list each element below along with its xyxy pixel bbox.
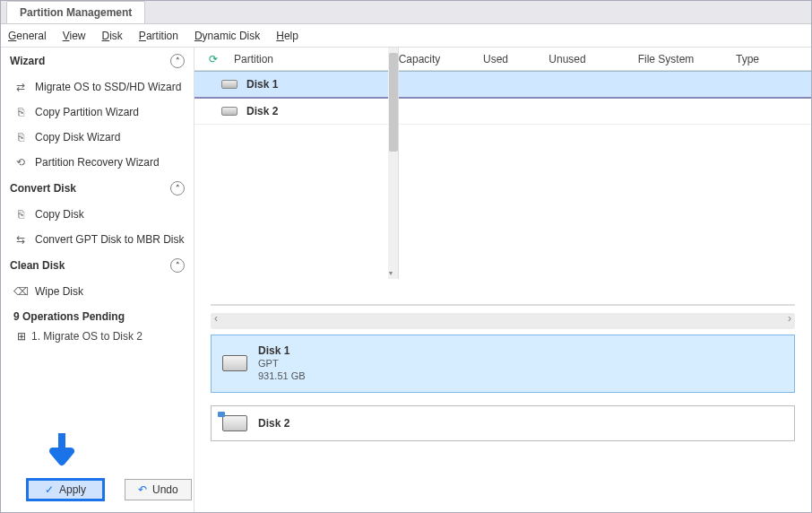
disk-name: Disk 2 xyxy=(246,105,278,117)
undo-button[interactable]: ↶ Undo xyxy=(125,479,192,500)
menubar: General View Disk Partition Dynamic Disk… xyxy=(1,24,811,48)
disk-panel-name: Disk 2 xyxy=(258,417,289,430)
section-wizard[interactable]: Wizard ˄ xyxy=(1,48,194,74)
grid-body: Disk 1 Disk 2 xyxy=(194,71,811,304)
disk-panel[interactable]: Disk 2 xyxy=(211,405,795,441)
menu-help[interactable]: Help xyxy=(276,30,298,42)
disk-panel-name: Disk 1 xyxy=(258,344,306,357)
sidebar-item-wipe-disk[interactable]: ⌫Wipe Disk xyxy=(1,279,194,304)
section-convert-title: Convert Disk xyxy=(10,182,76,195)
chevron-down-icon[interactable]: ▾ xyxy=(389,269,393,277)
check-icon: ✓ xyxy=(45,483,54,496)
divider xyxy=(211,304,795,306)
usb-disk-icon xyxy=(222,415,247,431)
sidebar-item-migrate-os[interactable]: ⇄Migrate OS to SSD/HD Wizard xyxy=(1,74,194,100)
menu-partition[interactable]: Partition xyxy=(139,30,178,42)
plus-icon: ⊞ xyxy=(17,330,26,343)
menu-view[interactable]: View xyxy=(63,30,86,42)
convert-icon: ⇆ xyxy=(13,232,28,247)
disk-icon xyxy=(222,355,247,371)
sidebar-item-copy-disk-wizard[interactable]: ⎘Copy Disk Wizard xyxy=(1,125,194,150)
col-used[interactable]: Used xyxy=(460,53,531,65)
disk-icon xyxy=(221,80,238,89)
chevron-up-icon[interactable]: ˄ xyxy=(170,181,185,196)
menu-general[interactable]: General xyxy=(8,30,47,42)
col-type[interactable]: Type xyxy=(729,53,811,65)
chevron-up-icon[interactable]: ˄ xyxy=(170,258,185,273)
horizontal-scrollbar[interactable] xyxy=(211,313,795,329)
section-wizard-title: Wizard xyxy=(10,55,45,67)
sidebar: Wizard ˄ ⇄Migrate OS to SSD/HD Wizard ⎘C… xyxy=(1,48,194,512)
disk-panel-size: 931.51 GB xyxy=(258,370,306,382)
table-row[interactable]: Disk 2 xyxy=(194,99,811,125)
sidebar-item-copy-partition[interactable]: ⎘Copy Partition Wizard xyxy=(1,100,194,125)
col-partition[interactable]: Partition xyxy=(227,53,379,65)
copy-partition-icon: ⎘ xyxy=(13,105,28,119)
col-unused[interactable]: Unused xyxy=(531,53,603,65)
disk-name: Disk 1 xyxy=(246,78,278,91)
disk-panel[interactable]: Disk 1 GPT 931.51 GB xyxy=(211,335,795,393)
sidebar-scrollbar[interactable]: ▾ xyxy=(388,48,399,279)
menu-disk[interactable]: Disk xyxy=(102,30,123,42)
undo-icon: ↶ xyxy=(138,483,147,496)
recovery-icon: ⟲ xyxy=(13,155,28,170)
chevron-up-icon[interactable]: ˄ xyxy=(170,54,185,68)
col-file-system[interactable]: File System xyxy=(603,53,729,65)
migrate-icon: ⇄ xyxy=(13,80,28,94)
tab-partition-management[interactable]: Partition Management xyxy=(6,1,145,23)
section-clean-title: Clean Disk xyxy=(10,259,65,272)
grid-header: ⟳ Partition Capacity Used Unused File Sy… xyxy=(194,48,811,71)
pending-operations-title: 9 Operations Pending xyxy=(1,304,194,326)
arrow-cue-icon xyxy=(49,431,74,473)
sidebar-item-copy-disk[interactable]: ⎘Copy Disk xyxy=(1,202,194,227)
disk-panel-scheme: GPT xyxy=(258,357,306,370)
disk-icon xyxy=(221,107,238,116)
refresh-icon[interactable]: ⟳ xyxy=(209,53,227,65)
section-clean[interactable]: Clean Disk ˄ xyxy=(1,252,194,279)
table-row[interactable]: Disk 1 xyxy=(194,71,811,99)
sidebar-item-convert-gpt[interactable]: ⇆Convert GPT Disk to MBR Disk xyxy=(1,227,194,252)
scrollbar-thumb[interactable] xyxy=(389,53,398,152)
apply-button[interactable]: ✓ Apply xyxy=(26,478,105,501)
menu-dynamic-disk[interactable]: Dynamic Disk xyxy=(194,30,260,42)
section-convert[interactable]: Convert Disk ˄ xyxy=(1,175,194,202)
sidebar-item-recovery[interactable]: ⟲Partition Recovery Wizard xyxy=(1,150,194,175)
pending-item[interactable]: ⊞1. Migrate OS to Disk 2 xyxy=(1,326,194,346)
eraser-icon: ⌫ xyxy=(13,284,28,299)
copy-disk-icon: ⎘ xyxy=(13,130,28,144)
copy-disk-icon: ⎘ xyxy=(13,207,28,222)
